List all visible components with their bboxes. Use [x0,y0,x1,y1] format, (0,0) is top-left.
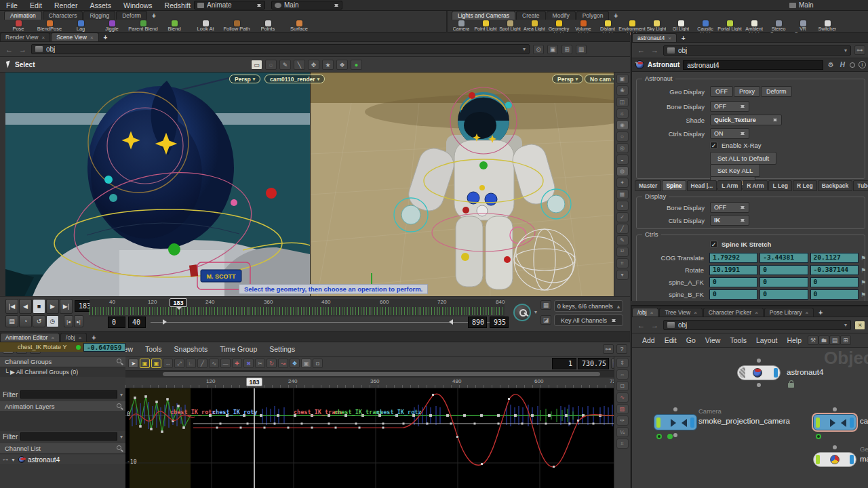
menu-item[interactable]: Edit [24,1,48,10]
channel-row[interactable]: chest_IK Rotate Y -0.647059 [0,342,125,352]
geo-display-option[interactable]: Deform [761,86,792,97]
add-key-icon[interactable]: ✚ [232,359,242,368]
search-icon[interactable] [117,359,121,363]
snapshot-icon[interactable]: ▣ [616,74,629,84]
flatten-icon[interactable]: — [220,359,231,368]
snapping-icon[interactable]: ● [351,60,362,70]
graph-plot-area[interactable]: 0 -10 chest_IK_rotxchest_IK_rotychest_IK… [125,388,630,488]
scoped-channels-icon[interactable]: ◪ [540,315,551,325]
pane-tab[interactable]: /obj× [632,308,658,317]
shade-mode-icon[interactable]: ◉ [616,120,629,130]
nav-forward-icon[interactable]: → [18,45,28,54]
body-part-tab[interactable]: Tube [853,180,868,191]
shelf-tool[interactable]: Lag [65,20,96,32]
shelf-tool[interactable]: Look At [190,20,221,32]
menu-item[interactable]: Assets [83,1,117,10]
shelf-tool[interactable]: Area Light [522,20,547,31]
pane-tab[interactable]: Pose Library× [764,308,814,317]
range-end-field[interactable]: 935 [490,317,509,328]
set-key-button[interactable] [513,304,531,321]
animate-desktop-selector[interactable]: Animate [194,1,265,9]
shelf-tool[interactable]: Parent Blend [127,20,159,32]
lighting-icon[interactable]: ☼ [616,108,629,119]
viewport-right-persp-view[interactable] [310,73,614,296]
close-tab-icon[interactable]: × [650,310,654,316]
add-pane-tab-button[interactable]: + [87,334,100,342]
main-desktop-selector[interactable]: Main [271,1,342,9]
shelf-tab[interactable]: Polygon [576,11,610,20]
wrench-icon[interactable]: ⚒ [808,336,818,345]
value-field-x[interactable]: 0 [709,289,757,300]
smoke-projection-camera-node[interactable] [654,414,697,430]
viewport[interactable]: M. SCOTT [5,73,614,296]
graph-scrollbar-handle[interactable] [163,372,600,376]
shelf-tool[interactable]: Blend [159,20,190,32]
linear-tangent-icon[interactable]: ╱ [197,359,208,368]
channel-node-row[interactable]: ⊶ ▼ astronaut4 [0,455,125,464]
current-frame-marker[interactable]: 183 [170,298,187,307]
pin-icon[interactable]: ⊙ [533,45,544,54]
loop-mode-icon[interactable]: ↺ [33,315,45,327]
cycle-icon[interactable]: ↻ [267,359,277,368]
shelf-tool[interactable]: Portal Light [717,20,742,31]
close-tab-icon[interactable]: × [42,35,45,41]
nav-forward-icon[interactable]: → [650,321,660,329]
network-menu-item[interactable]: Help [782,336,806,344]
view-persp-pill-right[interactable]: Persp▾ [552,75,583,83]
value-field-x[interactable]: 1.79292 [709,253,757,263]
close-tab-icon[interactable]: × [806,310,809,316]
nav-back-icon[interactable]: ← [636,321,646,329]
shade-dropdown[interactable]: Quick_Texture [710,115,782,125]
expand-triangle-icon[interactable]: ▼ [11,458,16,462]
graph-range-end-field[interactable]: 730.75 [578,358,609,369]
keyframe-icon[interactable]: ⚑ [861,279,866,286]
network-path-field[interactable]: obj ▾ [663,320,851,330]
add-pane-tab-button[interactable]: + [677,35,690,42]
flipbook-icon[interactable]: ▤ [5,315,18,327]
range-start-field[interactable]: 0 [108,317,125,328]
shelf-tab[interactable]: Rigging [83,11,115,20]
tree-icon[interactable]: 🖿 [818,336,829,345]
shelf-tab[interactable]: Characters [43,11,83,20]
spinner-icon[interactable] [256,2,262,9]
keyed-channels-icon[interactable]: ▦ [540,300,551,310]
pin-icon[interactable]: ⊶ [854,45,865,55]
houdini-help-icon[interactable]: H [839,61,846,68]
vectors-icon[interactable]: ╱ [616,224,629,234]
pane-tab[interactable]: Scene View× [51,33,98,41]
pin-icon[interactable]: ⊶ [603,344,614,354]
objects-icon[interactable]: ✦ [616,178,629,188]
go-to-end-button[interactable]: ▶| [60,299,73,314]
anim-menu-item[interactable]: Time Group [214,345,263,353]
nav-back-icon[interactable]: ← [4,45,14,54]
markers-icon[interactable]: ✎ [616,235,629,245]
key-options-icon[interactable]: ▾ [534,309,537,315]
highquality-light-icon[interactable]: ◎ [616,143,629,153]
body-part-tab[interactable]: Spine [662,180,686,191]
network-canvas[interactable]: Object astronaut4 Camera smoke_projectio… [632,348,868,488]
more-options-icon[interactable]: ▾ [616,270,629,280]
camera-view-icon[interactable]: ▣ [547,45,558,54]
network-menu-item[interactable]: Go [682,336,701,344]
curves-icon[interactable]: ∿ [616,392,629,403]
shelf-tool[interactable]: Spot Light [498,20,522,31]
close-tab-icon[interactable]: × [79,335,82,341]
shelf-tool[interactable]: Pose [3,20,34,32]
play-backward-button[interactable]: ◀ [19,299,32,314]
channel-value[interactable]: -0.647059 [83,343,125,352]
shelf-tool[interactable]: Follow Path [221,20,252,32]
anim-menu-item[interactable]: Tools [139,345,168,353]
value-field-x[interactable]: 0 [709,277,757,287]
add-shelf-tab-button[interactable]: + [148,12,160,20]
prev-key-button[interactable]: |◂ [64,315,73,327]
pane-tab[interactable]: Animation Editor× [0,333,60,342]
anim-menu-item[interactable]: Settings [263,345,301,353]
audio-icon[interactable]: ◔ [19,315,32,327]
keyframe-icon[interactable]: ⚑ [861,255,866,262]
layout-cols-icon[interactable]: ▥ [576,45,587,54]
playback-start-field[interactable]: 40 [128,317,146,328]
next-key-button[interactable]: ▸| [74,315,83,327]
graph-scrollbar[interactable] [125,371,630,378]
param-path-field[interactable]: obj ▾ [663,45,851,56]
add-pane-tab-button[interactable]: + [814,309,827,317]
